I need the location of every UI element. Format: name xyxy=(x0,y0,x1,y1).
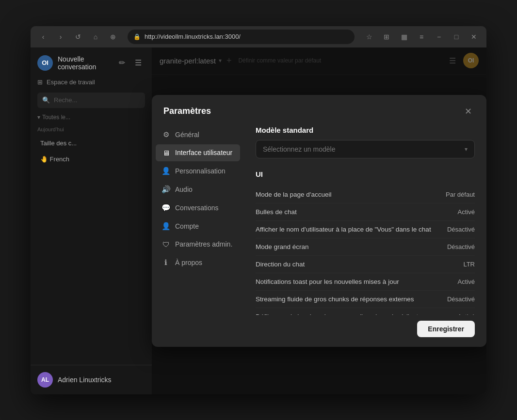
settings-nav-about[interactable]: ℹ À propos xyxy=(156,254,240,271)
interface-label: Interface utilisateur xyxy=(175,149,232,156)
interface-icon: 🖥 xyxy=(162,149,170,157)
edit-button[interactable]: ✏ xyxy=(115,56,129,70)
audio-icon: 🔊 xyxy=(162,185,170,194)
settings-content: Modèle standard Sélectionnez un modèle ▾… xyxy=(244,126,486,315)
back-button[interactable]: ‹ xyxy=(36,30,50,44)
forward-button[interactable]: › xyxy=(54,30,67,44)
settings-nav: ⚙ Général 🖥 Interface utilisateur 👤 Pers… xyxy=(152,126,244,315)
grid-view-button[interactable]: ⊞ xyxy=(380,30,393,44)
modal-title: Paramètres xyxy=(163,106,211,116)
new-conversation-label: Nouvelle conversation xyxy=(58,55,110,71)
search-placeholder: Reche... xyxy=(54,96,77,104)
settings-nav-audio[interactable]: 🔊 Audio xyxy=(156,181,240,198)
browser-menu-button[interactable]: ≡ xyxy=(415,30,428,44)
settings-row-3: Mode grand écranDésactivé xyxy=(256,238,475,256)
settings-nav-general[interactable]: ⚙ Général xyxy=(156,126,240,143)
sidebar-header: OI Nouvelle conversation ✏ ☰ xyxy=(31,47,152,75)
address-bar[interactable]: 🔒 http://videollm.linuxtricks.lan:3000/ xyxy=(128,30,355,44)
list-button[interactable]: ☰ xyxy=(131,56,145,70)
settings-rows: Mode de la page d'accueilPar défautBulle… xyxy=(256,186,475,315)
search-bar[interactable]: 🔍 Reche... xyxy=(37,93,145,108)
main-content: granite-perl:latest ▾ + Définir comme va… xyxy=(152,47,486,394)
settings-row-value-2: Désactivé xyxy=(447,226,475,233)
model-dropdown[interactable]: Sélectionnez un modèle ▾ xyxy=(256,140,475,158)
maximize-button[interactable]: □ xyxy=(450,30,463,44)
workspace-label: Espace de travail xyxy=(47,78,95,86)
settings-row-4: Direction du chatLTR xyxy=(256,256,475,273)
settings-row-label-5: Notifications toast pour les nouvelles m… xyxy=(256,278,399,285)
reload-button[interactable]: ↺ xyxy=(71,30,85,44)
browser-window: ‹ › ↺ ⌂ ⊕ 🔒 http://videollm.linuxtricks.… xyxy=(31,26,486,394)
modal-header: Paramètres ✕ xyxy=(152,95,486,126)
account-label: Compte xyxy=(175,222,199,230)
sidebar: OI Nouvelle conversation ✏ ☰ ⊞ Espace de… xyxy=(31,47,152,394)
admin-label: Paramètres admin. xyxy=(175,240,232,248)
settings-nav-interface[interactable]: 🖥 Interface utilisateur xyxy=(156,144,240,161)
dropdown-chevron-icon: ▾ xyxy=(465,146,468,153)
bookmark-button[interactable]: ☆ xyxy=(362,30,376,44)
conversation-item-1[interactable]: Taille des c... xyxy=(33,136,149,151)
oi-avatar: OI xyxy=(37,55,53,71)
settings-row-label-4: Direction du chat xyxy=(256,261,305,268)
settings-nav-admin[interactable]: 🛡 Paramètres admin. xyxy=(156,236,240,253)
sidebar-bottom: AL Adrien Linuxtricks xyxy=(31,365,152,394)
sidebar-header-actions: ✏ ☰ xyxy=(115,56,145,70)
personalization-icon: 👤 xyxy=(162,167,170,175)
workspace-item[interactable]: ⊞ Espace de travail xyxy=(31,75,152,90)
browser-content: OI Nouvelle conversation ✏ ☰ ⊞ Espace de… xyxy=(31,47,486,394)
url-text: http://videollm.linuxtricks.lan:3000/ xyxy=(145,33,241,40)
settings-row-label-0: Mode de la page d'accueil xyxy=(256,191,331,198)
browser-titlebar: ‹ › ↺ ⌂ ⊕ 🔒 http://videollm.linuxtricks.… xyxy=(31,26,486,47)
model-dropdown-placeholder: Sélectionnez un modèle xyxy=(263,145,335,153)
settings-row-label-3: Mode grand écran xyxy=(256,243,309,250)
modal-overlay: Paramètres ✕ ⚙ Général 🖥 Int xyxy=(152,47,486,394)
settings-row-2: Afficher le nom d'utilisateur à la place… xyxy=(256,221,475,238)
personalization-label: Personnalisation xyxy=(175,167,226,175)
standard-model-title: Modèle standard xyxy=(256,126,475,134)
settings-row-value-5: Activé xyxy=(458,278,475,285)
close-button[interactable]: ✕ xyxy=(467,30,481,44)
home-button[interactable]: ⌂ xyxy=(89,30,102,44)
ui-section-label: UI xyxy=(256,170,475,178)
general-label: Général xyxy=(175,131,199,139)
settings-row-7: Défiler vers le bas lors du passage d'un… xyxy=(256,308,475,315)
search-icon: 🔍 xyxy=(42,96,50,104)
settings-row-value-6: Désactivé xyxy=(447,296,475,303)
all-conversations-section[interactable]: ▾ Toutes le... xyxy=(31,111,152,124)
account-icon: 👤 xyxy=(162,222,170,231)
user-name: Adrien Linuxtricks xyxy=(58,376,112,384)
settings-row-6: Streaming fluide de gros chunks de répon… xyxy=(256,291,475,308)
settings-row-value-4: LTR xyxy=(463,261,475,268)
settings-row-5: Notifications toast pour les nouvelles m… xyxy=(256,273,475,291)
chevron-icon: ▾ xyxy=(37,114,40,121)
save-button[interactable]: Enregistrer xyxy=(417,321,475,337)
minimize-button[interactable]: − xyxy=(432,30,446,44)
conversation-item-2[interactable]: 🤚 French xyxy=(33,152,149,167)
conversations-label: Conversations xyxy=(175,204,219,212)
settings-nav-conversations[interactable]: 💬 Conversations xyxy=(156,199,240,217)
user-info[interactable]: AL Adrien Linuxtricks xyxy=(37,372,145,388)
settings-nav-account[interactable]: 👤 Compte xyxy=(156,218,240,235)
admin-icon: 🛡 xyxy=(162,240,170,249)
settings-row-0: Mode de la page d'accueilPar défaut xyxy=(256,186,475,203)
settings-row-value-3: Désactivé xyxy=(447,243,475,250)
about-icon: ℹ xyxy=(162,258,170,267)
settings-row-label-6: Streaming fluide de gros chunks de répon… xyxy=(256,296,414,303)
modal-close-button[interactable]: ✕ xyxy=(461,105,475,118)
workspace-icon: ⊞ xyxy=(37,78,43,86)
settings-nav-personalization[interactable]: 👤 Personnalisation xyxy=(156,162,240,180)
about-label: À propos xyxy=(175,259,202,266)
audio-label: Audio xyxy=(175,186,193,193)
user-avatar: AL xyxy=(37,372,53,388)
settings-modal: Paramètres ✕ ⚙ Général 🖥 Int xyxy=(152,95,486,347)
settings-row-label-1: Bulles de chat xyxy=(256,208,297,216)
conversations-icon: 💬 xyxy=(162,203,170,212)
new-tab-button[interactable]: ⊕ xyxy=(106,30,120,44)
settings-row-value-0: Par défaut xyxy=(446,191,475,198)
settings-row-value-1: Activé xyxy=(458,208,475,216)
settings-row-1: Bulles de chatActivé xyxy=(256,203,475,221)
lock-icon: 🔒 xyxy=(133,33,141,40)
bar-view-button[interactable]: ▦ xyxy=(397,30,411,44)
today-label: Aujourd'hui xyxy=(31,124,152,135)
general-icon: ⚙ xyxy=(162,130,170,139)
